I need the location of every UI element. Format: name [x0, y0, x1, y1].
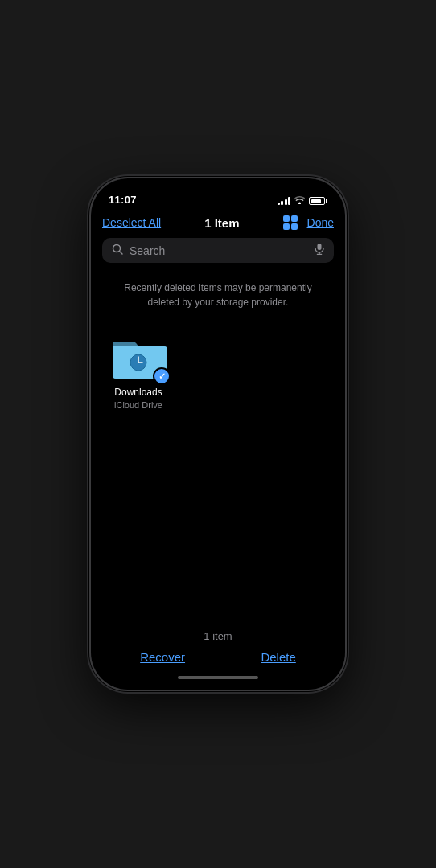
home-bar [178, 676, 258, 679]
recover-button[interactable]: Recover [140, 650, 185, 664]
phone-frame: 11:07 [89, 177, 347, 691]
search-bar[interactable]: Search [102, 238, 334, 263]
folder-icon [109, 334, 167, 382]
file-subtitle: iCloud Drive [114, 400, 162, 410]
navigation-bar: Deselect All 1 Item Done [91, 211, 345, 238]
delete-button[interactable]: Delete [261, 650, 295, 664]
svg-rect-2 [318, 244, 322, 250]
search-placeholder: Search [130, 244, 308, 257]
file-name: Downloads [114, 387, 162, 399]
phone-screen: 11:07 [91, 178, 345, 690]
file-area: Downloads iCloud Drive [91, 326, 345, 622]
warning-text: Recently deleted items may be permanentl… [91, 272, 345, 326]
svg-line-1 [120, 252, 123, 255]
nav-title: 1 Item [204, 216, 239, 230]
home-indicator [91, 670, 345, 690]
mic-icon [315, 244, 324, 257]
folder-check-badge [153, 367, 171, 385]
wifi-icon [294, 196, 305, 206]
nav-right-actions: Done [283, 215, 334, 230]
status-time: 11:07 [109, 194, 137, 206]
signal-icon [278, 197, 291, 205]
notch [174, 178, 262, 196]
file-item[interactable]: Downloads iCloud Drive [102, 334, 175, 410]
item-count: 1 item [204, 630, 232, 642]
status-icons [278, 196, 328, 206]
search-icon [112, 244, 123, 257]
bottom-actions: Recover Delete [102, 650, 334, 670]
battery-icon [309, 197, 327, 205]
grid-view-button[interactable] [283, 215, 298, 230]
bottom-bar: 1 item Recover Delete [91, 622, 345, 670]
deselect-all-button[interactable]: Deselect All [102, 216, 161, 229]
done-button[interactable]: Done [307, 216, 334, 229]
